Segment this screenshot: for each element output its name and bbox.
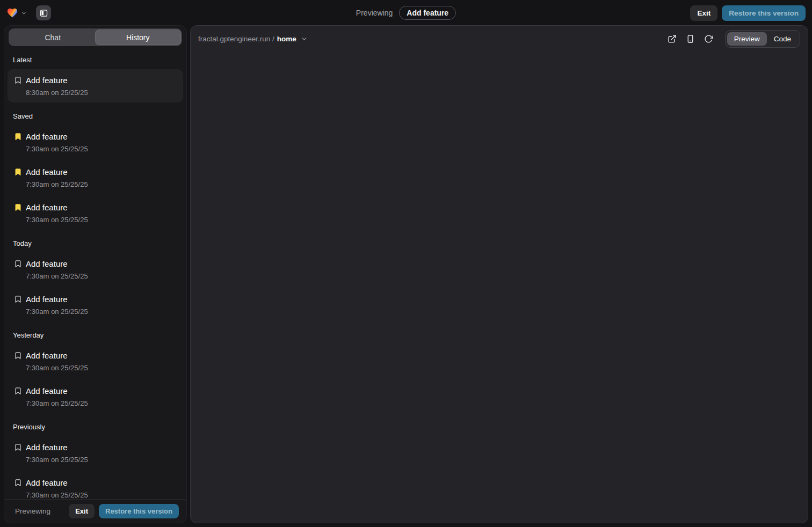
bookmark-outline-icon: [14, 479, 22, 487]
tab-history[interactable]: History: [96, 30, 181, 45]
history-sidebar: Chat History LatestAdd feature8:30am on …: [4, 26, 186, 523]
history-item-text: Add feature7:30am on 25/25/25: [26, 201, 88, 225]
history-item-title: Add feature: [26, 130, 88, 143]
refresh-preview-button[interactable]: [701, 31, 716, 46]
preview-code-toggle: Preview Code: [725, 30, 800, 48]
history-item-title: Add feature: [26, 74, 88, 86]
history-item-time: 7:30am on 25/25/25: [26, 363, 88, 373]
url-chevron-down-icon: [301, 35, 308, 42]
history-item-time: 7:30am on 25/25/25: [26, 455, 88, 465]
preview-url-prefix: fractal.gptengineer.run /: [198, 35, 274, 43]
history-item[interactable]: Add feature7:30am on 25/25/25: [8, 288, 183, 321]
panel-left-icon: [39, 9, 48, 18]
exit-button[interactable]: Exit: [690, 5, 717, 21]
bookmark-outline-icon: [14, 352, 22, 360]
preview-url-page: home: [277, 35, 296, 43]
footer-previewing-label: Previewing: [15, 507, 50, 515]
mobile-view-button[interactable]: [683, 31, 698, 46]
bookmark-filled-icon: [14, 168, 22, 176]
bookmark-filled-icon: [14, 133, 22, 141]
preview-iframe-area[interactable]: [191, 52, 808, 523]
history-item[interactable]: Add feature7:30am on 25/25/25: [8, 436, 183, 470]
history-item-title: Add feature: [26, 258, 88, 270]
history-item-text: Add feature7:30am on 25/25/25: [26, 293, 88, 317]
bookmark-outline-icon: [14, 387, 22, 395]
preview-panel: fractal.gptengineer.run / home: [191, 26, 808, 523]
history-item-text: Add feature8:30am on 25/25/25: [26, 74, 88, 98]
open-in-new-tab-button[interactable]: [665, 31, 680, 46]
history-item-title: Add feature: [26, 477, 88, 489]
previewing-status-label: Previewing: [356, 9, 393, 17]
section-label: Yesterday: [13, 331, 178, 339]
history-item-time: 7:30am on 25/25/25: [26, 144, 88, 154]
history-item-text: Add feature7:30am on 25/25/25: [26, 258, 88, 281]
history-list: LatestAdd feature8:30am on 25/25/25Saved…: [4, 46, 186, 499]
history-item-title: Add feature: [26, 441, 88, 453]
tab-chat[interactable]: Chat: [10, 30, 96, 45]
footer-restore-version-button[interactable]: Restore this version: [99, 504, 179, 518]
bookmark-outline-icon: [14, 260, 22, 268]
toggle-code-option[interactable]: Code: [767, 32, 798, 46]
version-badge[interactable]: Add feature: [399, 6, 456, 20]
bookmark-outline-icon: [14, 76, 22, 84]
history-item[interactable]: Add feature7:30am on 25/25/25: [8, 345, 183, 378]
topbar-right-group: Exit Restore this version: [690, 5, 806, 21]
history-item[interactable]: Add feature7:30am on 25/25/25: [8, 196, 183, 230]
history-item-text: Add feature7:30am on 25/25/25: [26, 130, 88, 154]
history-item-time: 7:30am on 25/25/25: [26, 398, 88, 408]
history-item[interactable]: Add feature7:30am on 25/25/25: [8, 380, 183, 413]
topbar: Previewing Add feature Exit Restore this…: [0, 0, 812, 26]
history-item-title: Add feature: [26, 201, 88, 214]
history-item-time: 7:30am on 25/25/25: [26, 271, 88, 281]
history-item[interactable]: Add feature7:30am on 25/25/25: [8, 161, 183, 194]
section-label: Today: [13, 239, 178, 247]
history-item[interactable]: Add feature7:30am on 25/25/25: [8, 253, 183, 286]
history-item-title: Add feature: [26, 293, 88, 305]
project-menu-chevron-down-icon[interactable]: [21, 10, 27, 16]
topbar-left-group: [6, 5, 51, 20]
restore-version-button[interactable]: Restore this version: [722, 5, 806, 21]
topbar-center-group: Previewing Add feature: [356, 0, 456, 26]
section-label: Latest: [13, 56, 178, 64]
lovable-heart-logo-icon[interactable]: [6, 7, 18, 19]
history-item-time: 7:30am on 25/25/25: [26, 490, 88, 499]
bookmark-outline-icon: [14, 295, 22, 303]
preview-header: fractal.gptengineer.run / home: [191, 26, 808, 52]
preview-url-selector[interactable]: fractal.gptengineer.run / home: [198, 35, 308, 43]
history-item-time: 7:30am on 25/25/25: [26, 179, 88, 189]
history-item-time: 7:30am on 25/25/25: [26, 215, 88, 225]
history-item-text: Add feature7:30am on 25/25/25: [26, 166, 88, 189]
footer-exit-button[interactable]: Exit: [69, 504, 95, 518]
section-label: Saved: [13, 112, 178, 120]
toggle-preview-option[interactable]: Preview: [727, 32, 767, 46]
bookmark-outline-icon: [14, 443, 22, 451]
history-item-text: Add feature7:30am on 25/25/25: [26, 385, 88, 408]
history-item[interactable]: Add feature7:30am on 25/25/25: [8, 126, 183, 159]
history-item-text: Add feature7:30am on 25/25/25: [26, 477, 88, 499]
external-link-icon: [668, 34, 677, 43]
smartphone-icon: [686, 34, 695, 43]
preview-toolbar: Preview Code: [665, 30, 800, 48]
history-item-title: Add feature: [26, 385, 88, 397]
sidebar-toggle-button[interactable]: [36, 5, 51, 20]
history-item-text: Add feature7:30am on 25/25/25: [26, 441, 88, 465]
refresh-icon: [704, 34, 713, 43]
history-item[interactable]: Add feature7:30am on 25/25/25: [8, 472, 183, 499]
history-item-text: Add feature7:30am on 25/25/25: [26, 349, 88, 373]
history-item-time: 7:30am on 25/25/25: [26, 306, 88, 317]
section-label: Previously: [13, 423, 178, 431]
sidebar-footer: Previewing Exit Restore this version: [4, 499, 186, 523]
history-item-time: 8:30am on 25/25/25: [26, 87, 88, 98]
history-item-title: Add feature: [26, 166, 88, 178]
history-item[interactable]: Add feature8:30am on 25/25/25: [8, 69, 183, 103]
bookmark-filled-icon: [14, 203, 22, 211]
sidebar-tab-switcher: Chat History: [9, 28, 182, 46]
history-item-title: Add feature: [26, 349, 88, 362]
